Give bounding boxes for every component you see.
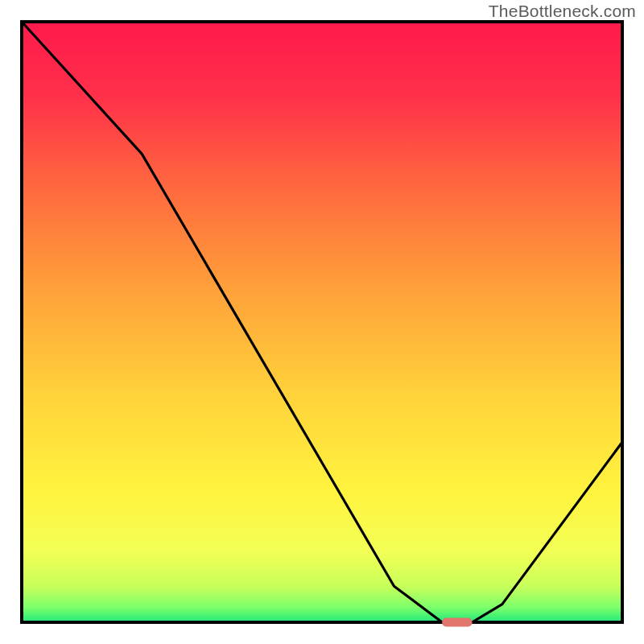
optimal-marker <box>442 618 472 627</box>
plot-background <box>22 22 622 622</box>
bottleneck-chart <box>0 0 644 644</box>
watermark-text: TheBottleneck.com <box>489 2 636 21</box>
